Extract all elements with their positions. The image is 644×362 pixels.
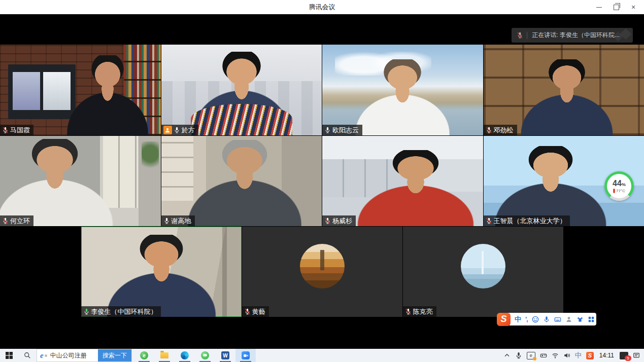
taskbar-app-wechat[interactable] [195,349,215,362]
mic-muted-icon [486,127,492,133]
soft-keyboard-icon[interactable] [554,316,561,323]
mic-muted-icon [486,218,492,224]
chinese-mode-icon[interactable]: 中 [515,315,521,324]
monitor-photo [13,72,40,110]
mic-muted-icon [2,127,9,133]
tray-volume-icon[interactable] [563,352,570,359]
window-controls: × [590,0,642,14]
edge-icon [181,351,189,359]
search-go-button[interactable]: 搜索一下 [98,349,131,361]
restore-button[interactable] [607,0,625,14]
toolbox-grid-icon[interactable] [588,316,595,323]
video-grid-row-2: 何立环 谢高地 [0,136,644,226]
video-tile-wangzhichen[interactable]: 44% 77°C 王智晨（北京林业大学） [484,136,644,226]
folder-icon [160,352,168,358]
participant-name: 黄藝 [252,307,265,316]
speaking-banner: 正在讲话: 李俊生（中国环科院... [512,28,633,43]
participant-video [0,139,116,226]
close-button[interactable]: × [625,0,642,14]
video-grid-row-1: 马国霞 於方 [0,45,644,135]
video-tile-helihuan[interactable]: 何立环 [0,136,161,226]
participant-video [185,140,304,226]
search-dropdown-dot [45,354,47,357]
participant-video [353,59,452,135]
participant-video [65,55,150,135]
video-tile-dengjinsong[interactable]: 邓劲松 [484,45,644,135]
participant-name: 陈克亮 [413,307,433,316]
tray-input-language-indicator[interactable]: 中 [575,351,582,360]
video-tile-lijunsheng-active-speaker[interactable]: 李俊生（中国环科院） [81,227,242,317]
mic-on-icon [324,127,331,133]
account-icon[interactable] [565,316,572,323]
minimize-icon [596,7,602,8]
video-tile-yangweishan[interactable]: 杨威杉 [322,136,483,226]
search-query-text: 中山公司注册 [50,351,98,360]
tray-microphone-icon[interactable] [515,352,522,359]
screen: 腾讯会议 × 正在讲话: 李俊生（中国环科院... [0,0,644,362]
window-title: 腾讯会议 [0,3,644,12]
taskbar-search-box[interactable]: e 中山公司注册 搜索一下 [37,349,132,362]
tray-camera-icon[interactable] [540,352,547,359]
tray-app-with-badge-icon[interactable]: 5 [620,352,628,359]
emoji-icon[interactable] [532,316,539,323]
cpu-percent: 44 [613,179,622,188]
participant-name: 邓劲松 [494,126,514,135]
tray-wifi-icon[interactable] [552,352,559,359]
voice-input-icon[interactable] [543,316,550,323]
participant-label: 李俊生（中国环科院） [81,306,161,317]
plant-background [142,141,159,172]
taskbar-app-word[interactable]: W [215,349,235,362]
ie-icon: e [37,351,45,360]
mic-muted-icon [244,308,251,315]
sogou-logo-icon[interactable]: S [497,313,511,326]
participant-video [104,235,218,317]
video-tile-ouyangzhiyun[interactable]: 欧阳志云 [322,45,483,135]
taskbar-app-360browser[interactable]: e [134,349,154,362]
participant-name: 於方 [182,126,195,135]
mic-muted-icon [405,308,412,315]
doorframe-background [222,227,227,317]
video-tile-xiegaodi[interactable]: 谢高地 [161,136,322,226]
participant-name: 谢高地 [172,216,191,226]
participant-label: 陈克亮 [403,306,436,317]
video-tile-huangyi-camera-off[interactable]: 黄藝 [242,227,402,317]
video-tile-chenkeliang-camera-off[interactable]: 陈克亮 [403,227,563,317]
participant-label: 马国霞 [0,125,33,135]
tray-clock[interactable]: 14:11 [598,352,615,359]
taskbar-app-file-explorer[interactable] [154,349,175,362]
video-tile-maguoxia[interactable]: 马国霞 [0,45,161,135]
participant-label: 於方 [161,125,198,135]
minimize-button[interactable] [590,0,607,14]
participant-label: 黄藝 [242,306,269,317]
sogou-input-toolbar: S 中 ’, [499,313,596,325]
thermometer-icon [613,189,615,193]
performance-widget-face: 44% 77°C [607,174,631,198]
taskbar: e 中山公司注册 搜索一下 e W e [0,349,644,362]
start-button[interactable] [0,349,18,362]
participant-label: 邓劲松 [484,125,517,135]
taskbar-app-tencent-meeting[interactable] [235,349,256,362]
mic-muted-icon [324,218,331,224]
skin-tshirt-icon[interactable] [577,316,584,323]
windows-logo-icon [6,352,13,359]
tray-sogou-icon[interactable]: S [586,352,594,359]
mic-muted-icon [517,32,523,39]
mic-on-icon [163,218,170,224]
banner-divider [527,32,527,39]
taskbar-app-edge[interactable] [175,349,195,362]
tencent-meeting-icon [242,351,250,359]
punctuation-icon[interactable]: ’, [525,316,528,323]
taskbar-search-button[interactable] [18,349,37,362]
tray-ime-notification-icon[interactable]: e [527,352,535,359]
tray-expand-chevron-icon[interactable] [503,352,511,359]
participant-name: 王智晨（北京林业大学） [494,216,566,226]
avatar [461,244,505,288]
notification-badge: 5 [625,355,631,361]
search-icon [24,352,31,359]
action-center-icon[interactable] [633,352,640,359]
speaking-banner-text: 正在讲话: 李俊生（中国环科院... [532,31,620,40]
host-badge-icon [163,126,172,134]
mic-speaking-icon [83,308,90,315]
wechat-icon [201,351,209,359]
video-tile-yufang[interactable]: 於方 [161,45,322,135]
